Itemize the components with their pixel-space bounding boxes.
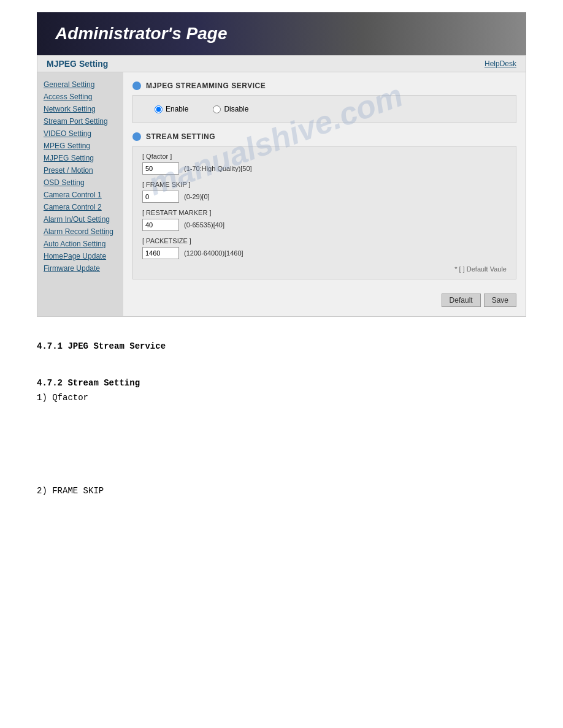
packet-size-group: [ PACKETSIZE ] (1200-64000)[1460]	[142, 237, 507, 259]
packet-size-row: (1200-64000)[1460]	[142, 247, 507, 259]
page-wrapper: MJPEG Setting HelpDesk General Setting A…	[37, 55, 526, 317]
sidebar-item-camera-control-2[interactable]: Camera Control 2	[37, 201, 123, 213]
restart-marker-input[interactable]	[142, 219, 179, 231]
sidebar-item-general-setting[interactable]: General Setting	[37, 78, 123, 91]
restart-marker-label: [ RESTART MARKER ]	[142, 209, 507, 216]
disable-radio-item[interactable]: Disable	[213, 105, 248, 113]
default-button[interactable]: Default	[442, 294, 481, 307]
mjpeg-service-indicator	[132, 82, 141, 90]
mjpeg-service-section-header: MJPEG STREAMMING SERVICE	[132, 82, 516, 90]
main-content: General Setting Access Setting Network S…	[37, 72, 526, 316]
stream-setting-indicator	[132, 132, 141, 141]
page-title: MJPEG Setting	[47, 59, 108, 69]
stream-setting-label: STREAM SETTING	[146, 132, 215, 141]
stream-setting-box: [ Qfactor ] (1-70:High Quality)[50] [ FR…	[132, 146, 516, 279]
button-row: Default Save	[132, 289, 516, 307]
packet-size-label: [ PACKETSIZE ]	[142, 237, 507, 245]
sidebar-item-osd-setting[interactable]: OSD Setting	[37, 176, 123, 189]
sidebar-item-camera-control-1[interactable]: Camera Control 1	[37, 189, 123, 201]
sidebar-item-video-setting[interactable]: VIDEO Setting	[37, 127, 123, 140]
packet-size-input[interactable]	[142, 247, 179, 259]
body-text: 4.7.1 JPEG Stream Service 4.7.2 Stream S…	[0, 317, 563, 513]
restart-marker-row: (0-65535)[40]	[142, 219, 507, 231]
default-note: * [ ] Default Vaule	[142, 265, 507, 273]
save-button[interactable]: Save	[484, 294, 516, 307]
mjpeg-service-radio-group: Enable Disable	[142, 102, 507, 116]
body-section1-heading: 4.7.1 JPEG Stream Service	[37, 341, 526, 351]
sidebar-item-alarm-record[interactable]: Alarm Record Setting	[37, 226, 123, 238]
sidebar-item-network-setting[interactable]: Network Setting	[37, 103, 123, 115]
sidebar-item-preset-motion[interactable]: Preset / Motion	[37, 164, 123, 176]
stream-setting-section-header: STREAM SETTING	[132, 132, 516, 141]
sidebar: General Setting Access Setting Network S…	[37, 72, 123, 316]
sidebar-item-mjpeg-setting[interactable]: MJPEG Setting	[37, 152, 123, 164]
frame-skip-label: [ FRAME SKIP ]	[142, 181, 507, 188]
frame-skip-hint: (0-29)[0]	[184, 193, 210, 200]
body-section2-heading: 4.7.2 Stream Setting	[37, 378, 526, 388]
disable-radio[interactable]	[213, 105, 221, 113]
sidebar-item-stream-port-setting[interactable]: Stream Port Setting	[37, 115, 123, 127]
mjpeg-service-box: Enable Disable	[132, 95, 516, 123]
sidebar-item-access-setting[interactable]: Access Setting	[37, 91, 123, 103]
sidebar-item-firmware-update[interactable]: Firmware Update	[37, 262, 123, 275]
sidebar-item-alarm-inout[interactable]: Alarm In/Out Setting	[37, 213, 123, 226]
qfactor-label: [ Qfactor ]	[142, 153, 507, 160]
qfactor-group: [ Qfactor ] (1-70:High Quality)[50]	[142, 153, 507, 175]
frame-skip-row: (0-29)[0]	[142, 191, 507, 203]
qfactor-input[interactable]	[142, 162, 179, 175]
sub-header: MJPEG Setting HelpDesk	[37, 56, 526, 72]
restart-marker-group: [ RESTART MARKER ] (0-65535)[40]	[142, 209, 507, 231]
restart-marker-hint: (0-65535)[40]	[184, 221, 224, 229]
qfactor-row: (1-70:High Quality)[50]	[142, 162, 507, 175]
header-title: Administrator's Page	[55, 24, 228, 44]
enable-radio[interactable]	[155, 105, 163, 113]
packet-size-hint: (1200-64000)[1460]	[184, 249, 243, 257]
mjpeg-service-label: MJPEG STREAMMING SERVICE	[146, 82, 266, 90]
page-header: Administrator's Page	[37, 12, 526, 55]
frame-skip-group: [ FRAME SKIP ] (0-29)[0]	[142, 181, 507, 203]
content-area: manualshive.com MJPEG STREAMMING SERVICE…	[123, 72, 526, 316]
disable-label: Disable	[224, 105, 248, 113]
helpdesk-link[interactable]: HelpDesk	[484, 59, 516, 68]
qfactor-hint: (1-70:High Quality)[50]	[184, 165, 252, 172]
sidebar-item-homepage-update[interactable]: HomePage Update	[37, 250, 123, 262]
enable-radio-item[interactable]: Enable	[155, 105, 188, 113]
body-section2-sub1: 1) Qfactor	[37, 393, 526, 403]
body-section2-sub2: 2) FRAME SKIP	[37, 486, 526, 496]
frame-skip-input[interactable]	[142, 191, 179, 203]
enable-label: Enable	[166, 105, 188, 113]
sidebar-item-auto-action[interactable]: Auto Action Setting	[37, 238, 123, 250]
sidebar-item-mpeg-setting[interactable]: MPEG Setting	[37, 140, 123, 152]
